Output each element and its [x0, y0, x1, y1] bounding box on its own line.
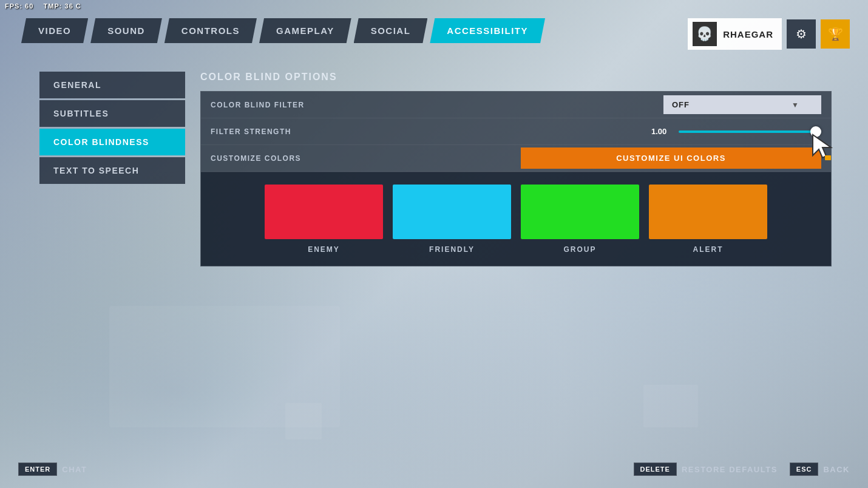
customize-colors-row: CUSTOMIZE COLORS CUSTOMIZE UI COLORS	[201, 145, 831, 172]
main-content: COLOR BLIND OPTIONS COLOR BLIND FILTER O…	[200, 72, 832, 439]
bottom-right-btns: DELETE RESTORE DEFAULTS ESC BACK	[634, 463, 850, 476]
sidebar-item-subtitles[interactable]: SUBTITLES	[39, 100, 185, 127]
swatch-friendly[interactable]: FRIENDLY	[393, 185, 511, 254]
swatch-color-group	[521, 185, 639, 239]
swatch-alert[interactable]: ALERT	[649, 185, 767, 254]
sidebar-item-general[interactable]: GENERAL	[39, 72, 185, 98]
restore-defaults-label: RESTORE DEFAULTS	[682, 465, 778, 474]
swatch-label-friendly: FRIENDLY	[429, 245, 475, 254]
swatch-label-enemy: ENEMY	[308, 245, 340, 254]
sidebar-item-text-to-speech[interactable]: TEXT TO SPEECH	[39, 157, 185, 184]
username: RHAEGAR	[723, 29, 773, 39]
color-blind-filter-label: COLOR BLIND FILTER	[211, 101, 663, 109]
chat-label: CHAT	[62, 465, 87, 474]
dropdown-value: OFF	[672, 100, 690, 109]
filter-strength-control: 1.00	[651, 127, 821, 136]
user-area: 💀 RHAEGAR ⚙ 🏆	[688, 18, 850, 50]
color-blind-filter-control: OFF ▼	[663, 95, 821, 114]
customize-colors-label: CUSTOMIZE COLORS	[211, 154, 511, 163]
swatch-label-alert: ALERT	[693, 245, 724, 254]
fps-counter: FPS: 60	[5, 2, 33, 10]
restore-defaults-btn[interactable]: DELETE RESTORE DEFAULTS	[634, 463, 778, 476]
enter-key-badge: ENTER	[18, 463, 57, 476]
swatch-label-group: GROUP	[563, 245, 596, 254]
delete-key-badge: DELETE	[634, 463, 677, 476]
swatch-color-friendly	[393, 185, 511, 239]
slider-value: 1.00	[651, 127, 673, 136]
tab-social[interactable]: SOCIAL	[354, 18, 428, 43]
tab-controls[interactable]: CONTROLS	[164, 18, 257, 43]
color-swatches-area: ENEMYFRIENDLYGROUPALERT	[201, 172, 831, 266]
back-btn[interactable]: ESC BACK	[790, 463, 850, 476]
top-nav: VIDEO SOUND CONTROLS GAMEPLAY SOCIAL ACC…	[21, 18, 545, 43]
avatar: 💀	[693, 22, 717, 46]
filter-strength-slider[interactable]	[679, 130, 821, 133]
section-title: COLOR BLIND OPTIONS	[200, 72, 832, 83]
color-blind-filter-row: COLOR BLIND FILTER OFF ▼	[201, 92, 831, 118]
tab-accessibility[interactable]: ACCESSIBILITY	[430, 18, 545, 43]
swatch-enemy[interactable]: ENEMY	[265, 185, 383, 254]
customize-colors-control: CUSTOMIZE UI COLORS	[521, 147, 821, 169]
sidebar-item-color-blindness[interactable]: COLOR BLINDNESS	[39, 129, 185, 155]
dropdown-arrow-icon: ▼	[792, 101, 799, 109]
settings-panel: COLOR BLIND FILTER OFF ▼ FILTER STRENGTH…	[200, 91, 832, 266]
avatar-icon: 💀	[696, 26, 713, 42]
user-card: 💀 RHAEGAR	[688, 18, 782, 50]
filter-strength-slider-container: 1.00	[651, 127, 821, 136]
tab-sound[interactable]: SOUND	[90, 18, 162, 43]
settings-icon: ⚙	[796, 27, 807, 41]
slider-thumb	[810, 126, 821, 137]
tab-gameplay[interactable]: GAMEPLAY	[259, 18, 351, 43]
sidebar: GENERAL SUBTITLES COLOR BLINDNESS TEXT T…	[39, 72, 185, 184]
trophy-icon: 🏆	[828, 27, 843, 41]
tmp-counter: TMP: 36 C	[44, 2, 81, 10]
color-blind-filter-dropdown[interactable]: OFF ▼	[663, 95, 821, 114]
customize-ui-colors-button[interactable]: CUSTOMIZE UI COLORS	[521, 147, 821, 169]
back-label: BACK	[823, 465, 850, 474]
esc-key-badge: ESC	[790, 463, 819, 476]
bottom-bar: ENTER CHAT DELETE RESTORE DEFAULTS ESC B…	[18, 463, 850, 476]
swatch-color-enemy	[265, 185, 383, 239]
trophy-icon-btn[interactable]: 🏆	[821, 19, 850, 49]
swatch-color-alert	[649, 185, 767, 239]
chat-btn: ENTER CHAT	[18, 463, 87, 476]
hud-stats: FPS: 60 TMP: 36 C	[5, 2, 81, 10]
settings-icon-btn[interactable]: ⚙	[787, 19, 816, 49]
filter-strength-label: FILTER STRENGTH	[211, 127, 651, 136]
tab-video[interactable]: VIDEO	[21, 18, 88, 43]
swatch-group[interactable]: GROUP	[521, 185, 639, 254]
filter-strength-row: FILTER STRENGTH 1.00	[201, 118, 831, 145]
